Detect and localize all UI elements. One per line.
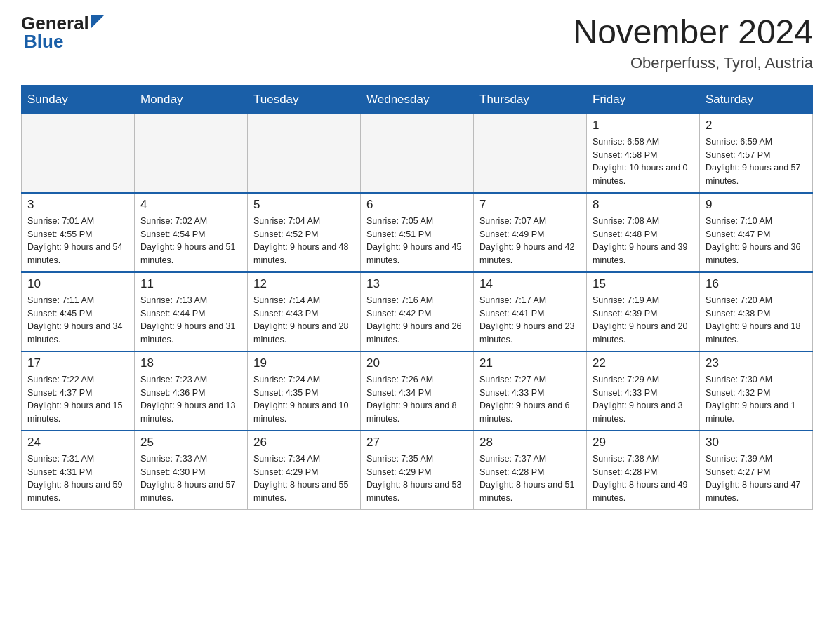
- day-info: Sunrise: 7:26 AMSunset: 4:34 PMDaylight:…: [366, 373, 468, 426]
- day-number: 23: [706, 356, 807, 370]
- calendar-cell: 21Sunrise: 7:27 AMSunset: 4:33 PMDayligh…: [474, 351, 587, 431]
- day-info: Sunrise: 7:29 AMSunset: 4:33 PMDaylight:…: [593, 373, 694, 426]
- day-number: 13: [366, 277, 468, 291]
- day-info: Sunrise: 7:20 AMSunset: 4:38 PMDaylight:…: [706, 294, 807, 347]
- calendar-cell: 16Sunrise: 7:20 AMSunset: 4:38 PMDayligh…: [700, 272, 813, 351]
- calendar-cell: [135, 114, 248, 193]
- day-info: Sunrise: 7:04 AMSunset: 4:52 PMDaylight:…: [253, 215, 355, 267]
- day-number: 7: [479, 198, 581, 212]
- day-info: Sunrise: 7:17 AMSunset: 4:41 PMDaylight:…: [479, 294, 581, 347]
- day-info: Sunrise: 7:22 AMSunset: 4:37 PMDaylight:…: [27, 373, 128, 426]
- calendar-cell: [474, 114, 587, 193]
- day-number: 6: [366, 198, 468, 212]
- calendar-cell: 15Sunrise: 7:19 AMSunset: 4:39 PMDayligh…: [587, 272, 700, 351]
- day-number: 12: [253, 277, 355, 291]
- calendar-cell: 13Sunrise: 7:16 AMSunset: 4:42 PMDayligh…: [361, 272, 474, 351]
- weekday-header-monday: Monday: [135, 85, 248, 114]
- day-info: Sunrise: 7:08 AMSunset: 4:48 PMDaylight:…: [593, 215, 694, 267]
- day-info: Sunrise: 7:07 AMSunset: 4:49 PMDaylight:…: [479, 215, 581, 267]
- calendar-cell: 2Sunrise: 6:59 AMSunset: 4:57 PMDaylight…: [700, 114, 813, 193]
- day-number: 1: [593, 119, 694, 133]
- calendar-cell: 30Sunrise: 7:39 AMSunset: 4:27 PMDayligh…: [700, 431, 813, 510]
- calendar-cell: 11Sunrise: 7:13 AMSunset: 4:44 PMDayligh…: [135, 272, 248, 351]
- day-number: 16: [706, 277, 807, 291]
- day-number: 28: [479, 436, 581, 450]
- day-number: 4: [140, 198, 241, 212]
- week-row-1: 1Sunrise: 6:58 AMSunset: 4:58 PMDaylight…: [22, 114, 813, 193]
- weekday-header-wednesday: Wednesday: [361, 85, 474, 114]
- day-number: 19: [253, 356, 355, 370]
- svg-marker-0: [91, 15, 105, 29]
- day-info: Sunrise: 7:14 AMSunset: 4:43 PMDaylight:…: [253, 294, 355, 347]
- day-number: 2: [706, 119, 807, 133]
- day-number: 17: [27, 356, 128, 370]
- calendar-cell: 25Sunrise: 7:33 AMSunset: 4:30 PMDayligh…: [135, 431, 248, 510]
- day-number: 10: [27, 277, 128, 291]
- day-info: Sunrise: 7:10 AMSunset: 4:47 PMDaylight:…: [706, 215, 807, 267]
- logo-blue-text: Blue: [24, 31, 63, 53]
- day-number: 21: [479, 356, 581, 370]
- calendar-cell: 20Sunrise: 7:26 AMSunset: 4:34 PMDayligh…: [361, 351, 474, 431]
- day-info: Sunrise: 7:27 AMSunset: 4:33 PMDaylight:…: [479, 373, 581, 426]
- day-number: 8: [593, 198, 694, 212]
- day-info: Sunrise: 7:34 AMSunset: 4:29 PMDaylight:…: [253, 452, 355, 505]
- calendar-cell: [22, 114, 135, 193]
- day-info: Sunrise: 7:05 AMSunset: 4:51 PMDaylight:…: [366, 215, 468, 267]
- day-number: 24: [27, 436, 128, 450]
- day-info: Sunrise: 7:30 AMSunset: 4:32 PMDaylight:…: [706, 373, 807, 426]
- day-number: 9: [706, 198, 807, 212]
- calendar-cell: 23Sunrise: 7:30 AMSunset: 4:32 PMDayligh…: [700, 351, 813, 431]
- day-info: Sunrise: 7:37 AMSunset: 4:28 PMDaylight:…: [479, 452, 581, 505]
- day-info: Sunrise: 7:33 AMSunset: 4:30 PMDaylight:…: [140, 452, 241, 505]
- day-number: 14: [479, 277, 581, 291]
- day-number: 5: [253, 198, 355, 212]
- day-info: Sunrise: 7:24 AMSunset: 4:35 PMDaylight:…: [253, 373, 355, 426]
- calendar-cell: 18Sunrise: 7:23 AMSunset: 4:36 PMDayligh…: [135, 351, 248, 431]
- calendar-cell: 26Sunrise: 7:34 AMSunset: 4:29 PMDayligh…: [248, 431, 361, 510]
- week-row-3: 10Sunrise: 7:11 AMSunset: 4:45 PMDayligh…: [22, 272, 813, 351]
- day-number: 22: [593, 356, 694, 370]
- day-number: 15: [593, 277, 694, 291]
- day-info: Sunrise: 6:59 AMSunset: 4:57 PMDaylight:…: [706, 135, 807, 188]
- calendar-table: SundayMondayTuesdayWednesdayThursdayFrid…: [21, 85, 813, 510]
- calendar-cell: 9Sunrise: 7:10 AMSunset: 4:47 PMDaylight…: [700, 193, 813, 272]
- calendar-cell: 14Sunrise: 7:17 AMSunset: 4:41 PMDayligh…: [474, 272, 587, 351]
- logo: General Blue: [21, 14, 105, 53]
- week-row-2: 3Sunrise: 7:01 AMSunset: 4:55 PMDaylight…: [22, 193, 813, 272]
- week-row-4: 17Sunrise: 7:22 AMSunset: 4:37 PMDayligh…: [22, 351, 813, 431]
- day-number: 3: [27, 198, 128, 212]
- calendar-cell: 24Sunrise: 7:31 AMSunset: 4:31 PMDayligh…: [22, 431, 135, 510]
- calendar-subtitle: Oberperfuss, Tyrol, Austria: [573, 54, 813, 72]
- weekday-header-saturday: Saturday: [700, 85, 813, 114]
- weekday-header-friday: Friday: [587, 85, 700, 114]
- day-info: Sunrise: 7:16 AMSunset: 4:42 PMDaylight:…: [366, 294, 468, 347]
- day-info: Sunrise: 6:58 AMSunset: 4:58 PMDaylight:…: [593, 135, 694, 188]
- day-number: 27: [366, 436, 468, 450]
- calendar-cell: 19Sunrise: 7:24 AMSunset: 4:35 PMDayligh…: [248, 351, 361, 431]
- day-info: Sunrise: 7:38 AMSunset: 4:28 PMDaylight:…: [593, 452, 694, 505]
- calendar-cell: 22Sunrise: 7:29 AMSunset: 4:33 PMDayligh…: [587, 351, 700, 431]
- calendar-cell: 12Sunrise: 7:14 AMSunset: 4:43 PMDayligh…: [248, 272, 361, 351]
- page-header: General Blue November 2024 Oberperfuss, …: [21, 14, 813, 72]
- day-info: Sunrise: 7:01 AMSunset: 4:55 PMDaylight:…: [27, 215, 128, 267]
- day-info: Sunrise: 7:02 AMSunset: 4:54 PMDaylight:…: [140, 215, 241, 267]
- logo-arrow-icon: [91, 15, 105, 29]
- calendar-cell: 10Sunrise: 7:11 AMSunset: 4:45 PMDayligh…: [22, 272, 135, 351]
- calendar-cell: 27Sunrise: 7:35 AMSunset: 4:29 PMDayligh…: [361, 431, 474, 510]
- day-number: 20: [366, 356, 468, 370]
- weekday-header-sunday: Sunday: [22, 85, 135, 114]
- calendar-cell: 17Sunrise: 7:22 AMSunset: 4:37 PMDayligh…: [22, 351, 135, 431]
- calendar-cell: 28Sunrise: 7:37 AMSunset: 4:28 PMDayligh…: [474, 431, 587, 510]
- day-info: Sunrise: 7:11 AMSunset: 4:45 PMDaylight:…: [27, 294, 128, 347]
- title-block: November 2024 Oberperfuss, Tyrol, Austri…: [573, 14, 813, 72]
- day-number: 29: [593, 436, 694, 450]
- day-info: Sunrise: 7:23 AMSunset: 4:36 PMDaylight:…: [140, 373, 241, 426]
- logo-general-text: General: [21, 14, 89, 32]
- weekday-header-thursday: Thursday: [474, 85, 587, 114]
- day-info: Sunrise: 7:31 AMSunset: 4:31 PMDaylight:…: [27, 452, 128, 505]
- calendar-cell: 3Sunrise: 7:01 AMSunset: 4:55 PMDaylight…: [22, 193, 135, 272]
- calendar-cell: [361, 114, 474, 193]
- calendar-title: November 2024: [573, 14, 813, 51]
- day-info: Sunrise: 7:19 AMSunset: 4:39 PMDaylight:…: [593, 294, 694, 347]
- calendar-cell: 29Sunrise: 7:38 AMSunset: 4:28 PMDayligh…: [587, 431, 700, 510]
